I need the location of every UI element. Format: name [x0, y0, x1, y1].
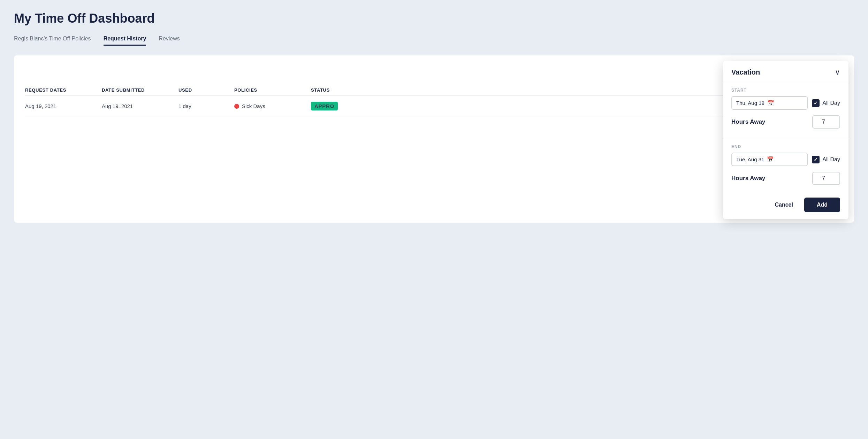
policy-name: Sick Days [242, 103, 265, 109]
end-hours-row: Hours Away [731, 172, 840, 185]
main-card: Record Time Off Taken REQUEST DATES DATE… [14, 55, 854, 223]
cell-used: 1 day [178, 103, 234, 109]
end-all-day-row: All Day [812, 156, 840, 163]
table-row: Aug 19, 2021 Aug 19, 2021 1 day Sick Day… [25, 96, 843, 116]
col-used: USED [178, 87, 234, 93]
end-date-row: Tue, Aug 31 📅 All Day [731, 153, 840, 166]
cell-request-dates: Aug 19, 2021 [25, 103, 102, 109]
record-time-off-panel: Vacation ∨ START Thu, Aug 19 📅 All Day H… [723, 61, 848, 219]
start-hours-row: Hours Away [731, 115, 840, 129]
table-header: REQUEST DATES DATE SUBMITTED USED POLICI… [25, 82, 843, 96]
tab-request-history[interactable]: Request History [104, 36, 146, 46]
start-all-day-label: All Day [822, 100, 840, 106]
start-all-day-row: All Day [812, 99, 840, 107]
col-policies: POLICIES [234, 87, 311, 93]
cell-policy: Sick Days [234, 103, 311, 109]
panel-actions: Cancel Add [723, 192, 848, 219]
cancel-button[interactable]: Cancel [769, 198, 798, 211]
end-hours-input[interactable] [812, 172, 840, 185]
tab-reviews[interactable]: Reviews [159, 36, 180, 46]
selected-policy-label: Vacation [731, 68, 760, 76]
start-section: START Thu, Aug 19 📅 All Day Hours Away [723, 82, 848, 136]
panel-divider [723, 137, 848, 137]
end-section: END Tue, Aug 31 📅 All Day Hours Away [723, 139, 848, 192]
status-badge: APPRO [311, 102, 338, 110]
start-date-row: Thu, Aug 19 📅 All Day [731, 96, 840, 110]
add-button[interactable]: Add [804, 198, 840, 212]
cell-date-submitted: Aug 19, 2021 [102, 103, 178, 109]
start-all-day-checkbox[interactable] [812, 99, 820, 107]
tabs-nav: Regis Blanc's Time Off Policies Request … [14, 36, 854, 46]
start-hours-label: Hours Away [731, 118, 765, 125]
chevron-down-icon[interactable]: ∨ [835, 68, 840, 76]
end-date-value: Tue, Aug 31 [736, 156, 764, 162]
calendar-icon: 📅 [767, 100, 774, 106]
end-all-day-checkbox[interactable] [812, 156, 820, 163]
policy-dot-icon [234, 104, 239, 109]
policy-selector-row[interactable]: Vacation ∨ [723, 61, 848, 82]
col-date-submitted: DATE SUBMITTED [102, 87, 178, 93]
page-title: My Time Off Dashboard [14, 11, 854, 26]
end-section-label: END [731, 144, 840, 149]
tab-policies[interactable]: Regis Blanc's Time Off Policies [14, 36, 91, 46]
start-section-label: START [731, 88, 840, 93]
calendar-icon-end: 📅 [767, 156, 774, 163]
end-date-input[interactable]: Tue, Aug 31 📅 [731, 153, 808, 166]
start-date-input[interactable]: Thu, Aug 19 📅 [731, 96, 808, 110]
col-request-dates: REQUEST DATES [25, 87, 102, 93]
end-all-day-label: All Day [822, 156, 840, 163]
end-hours-label: Hours Away [731, 175, 765, 182]
start-date-value: Thu, Aug 19 [736, 100, 764, 106]
start-hours-input[interactable] [812, 115, 840, 129]
